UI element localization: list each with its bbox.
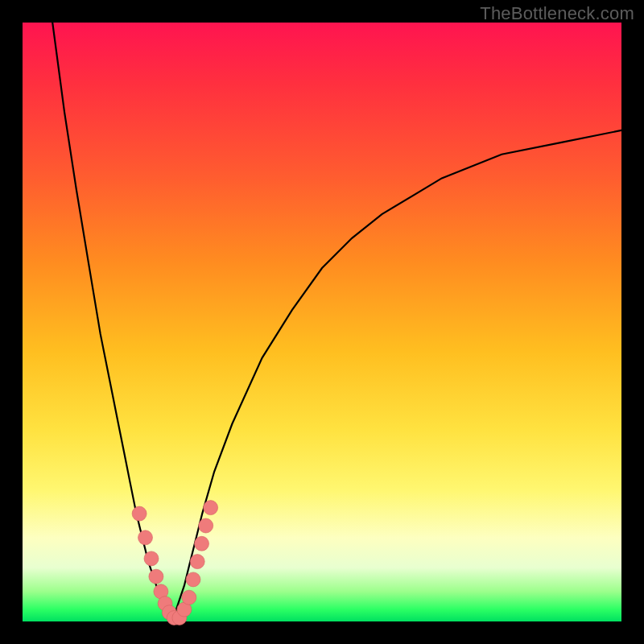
sample-dot (144, 551, 159, 566)
left-curve-path (52, 23, 172, 621)
sample-dot (132, 506, 147, 521)
chart-frame: TheBottleneck.com (0, 0, 644, 644)
sample-dot (204, 501, 218, 515)
curve-layer (23, 23, 621, 621)
sample-dot (182, 590, 196, 605)
sample-dot (195, 536, 209, 551)
sample-dot (190, 555, 204, 569)
right-curve-path (172, 130, 621, 621)
sample-dot (199, 518, 213, 533)
sample-dot (138, 530, 153, 545)
sample-dot (186, 572, 200, 587)
sample-dots-group (132, 501, 218, 625)
watermark-text: TheBottleneck.com (480, 3, 634, 24)
plot-area (23, 23, 621, 621)
sample-dot (149, 569, 163, 584)
